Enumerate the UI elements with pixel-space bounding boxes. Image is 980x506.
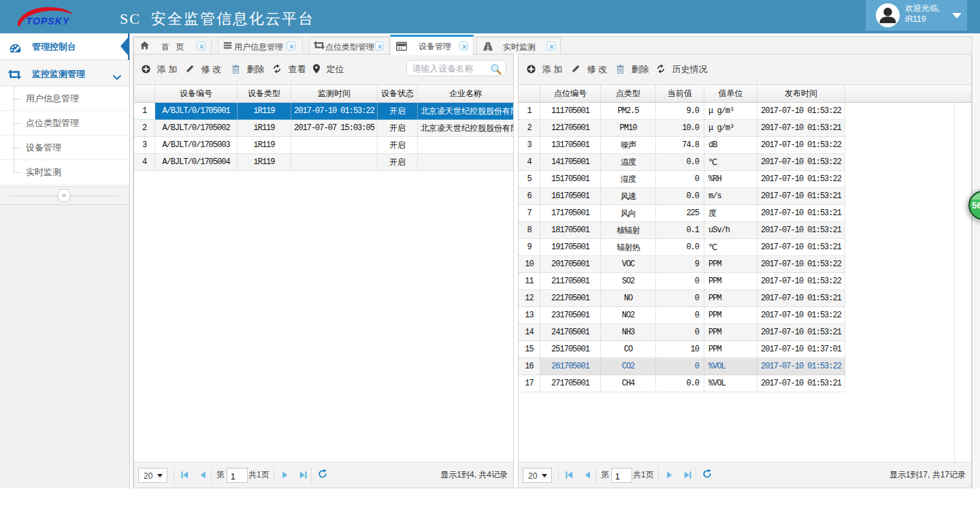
svg-text:TOPSKY: TOPSKY <box>27 16 70 27</box>
